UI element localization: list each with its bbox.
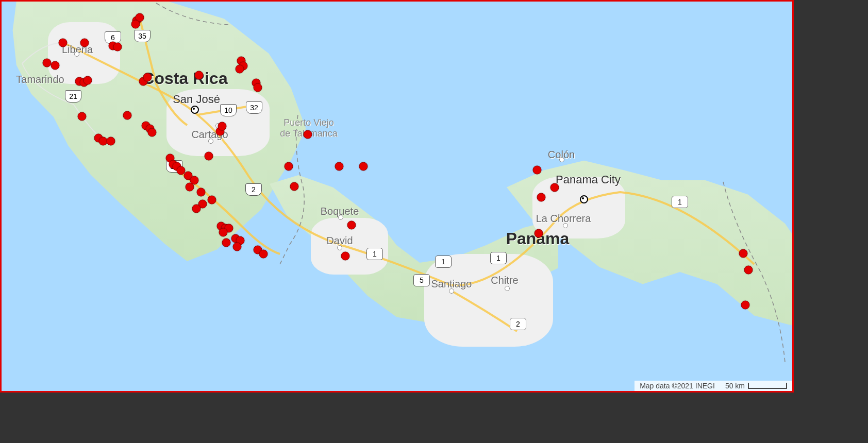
scale-label: 50 km	[725, 382, 745, 390]
town-marker[interactable]	[559, 157, 564, 162]
urban-area	[424, 254, 553, 347]
data-point[interactable]	[123, 111, 132, 120]
data-point[interactable]	[347, 221, 356, 230]
route-shield: 1	[366, 248, 383, 260]
data-point[interactable]	[739, 249, 748, 258]
data-point[interactable]	[192, 205, 201, 213]
data-point[interactable]	[107, 137, 115, 146]
attribution-bar: Map data ©2021 INEGI 50 km	[635, 381, 792, 391]
route-shield: 2	[510, 318, 526, 330]
city-marker[interactable]	[580, 195, 588, 203]
data-point[interactable]	[285, 162, 293, 171]
data-point[interactable]	[59, 39, 68, 47]
data-point[interactable]	[744, 266, 753, 275]
data-point[interactable]	[218, 122, 227, 131]
place-label: Tamarindo	[16, 74, 64, 86]
data-point[interactable]	[304, 130, 312, 139]
town-marker[interactable]	[449, 288, 454, 294]
country-label: Costa Rica	[142, 69, 227, 88]
place-label: Chitre	[491, 275, 518, 286]
data-point[interactable]	[186, 183, 194, 192]
place-label: La Chorrera	[536, 213, 591, 225]
city-marker[interactable]	[191, 106, 199, 114]
scale-bar: 50 km	[720, 381, 792, 391]
route-shield: 35	[134, 30, 151, 42]
data-point[interactable]	[359, 162, 368, 171]
town-marker[interactable]	[505, 286, 510, 291]
data-point[interactable]	[537, 193, 546, 202]
data-point[interactable]	[113, 43, 122, 52]
town-marker[interactable]	[337, 245, 342, 250]
scale-bar-line	[748, 383, 787, 389]
data-point[interactable]	[143, 73, 152, 82]
map-frame[interactable]: Map data ©2021 INEGI 50 km Costa RicaPan…	[0, 0, 794, 393]
data-point[interactable]	[259, 250, 268, 259]
town-marker[interactable]	[74, 52, 79, 57]
data-point[interactable]	[233, 243, 242, 251]
data-point[interactable]	[741, 301, 750, 310]
data-point[interactable]	[341, 252, 350, 261]
route-shield: 1	[672, 196, 688, 208]
route-shield: 21	[65, 90, 81, 103]
data-point[interactable]	[219, 228, 228, 237]
data-point[interactable]	[222, 238, 231, 247]
route-shield: 2	[245, 183, 262, 196]
data-point[interactable]	[533, 166, 542, 175]
data-point[interactable]	[78, 112, 87, 121]
data-point[interactable]	[148, 128, 157, 137]
town-marker[interactable]	[208, 139, 213, 144]
route-shield: 1	[435, 255, 452, 268]
town-marker[interactable]	[338, 215, 343, 220]
data-point[interactable]	[335, 162, 344, 171]
data-point[interactable]	[205, 152, 213, 161]
attribution-text[interactable]: Map data ©2021 INEGI	[635, 381, 720, 391]
data-point[interactable]	[195, 71, 204, 80]
data-point[interactable]	[80, 39, 89, 47]
route-shield: 10	[220, 104, 237, 116]
data-point[interactable]	[290, 182, 299, 191]
data-point[interactable]	[254, 83, 262, 92]
data-point[interactable]	[131, 20, 140, 29]
city-label: San José	[173, 93, 220, 106]
data-point[interactable]	[236, 65, 244, 74]
data-point[interactable]	[84, 76, 92, 85]
data-point[interactable]	[208, 196, 216, 205]
town-marker[interactable]	[563, 223, 568, 228]
data-point[interactable]	[51, 61, 60, 70]
data-point[interactable]	[550, 183, 559, 192]
data-point[interactable]	[535, 229, 543, 238]
data-point[interactable]	[43, 59, 52, 67]
data-point[interactable]	[197, 188, 206, 197]
city-label: Panama City	[556, 173, 621, 186]
route-shield: 32	[246, 101, 262, 114]
route-shield: 1	[490, 252, 507, 264]
route-shield: 5	[413, 274, 430, 286]
